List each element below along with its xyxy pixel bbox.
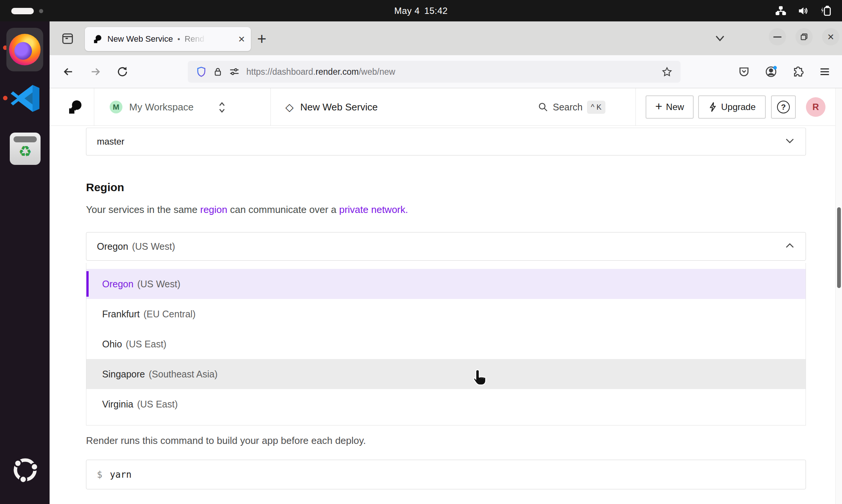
firefox-view-button[interactable] <box>60 32 75 46</box>
workspace-switcher[interactable]: My Workspace <box>129 88 193 126</box>
back-button[interactable] <box>60 63 77 80</box>
browser-tab[interactable]: New Web Service • Rend × <box>85 27 251 51</box>
region-option-detail: (Southeast Asia) <box>149 369 217 380</box>
branch-select[interactable]: master <box>86 128 806 155</box>
extensions-icon[interactable] <box>790 63 806 80</box>
dock-item-firefox[interactable] <box>6 28 43 71</box>
user-avatar[interactable]: R <box>806 97 825 117</box>
upgrade-button-label: Upgrade <box>721 102 756 112</box>
region-option[interactable]: Virginia (US East) <box>86 389 806 419</box>
chevron-down-icon <box>785 137 795 146</box>
close-window-button[interactable]: × <box>822 28 839 45</box>
workspace-avatar[interactable]: M <box>110 101 122 113</box>
bookmark-star-icon[interactable] <box>659 63 675 80</box>
new-button-label: New <box>666 102 684 112</box>
system-top-bar: May 4 15:42 <box>0 0 842 21</box>
account-icon[interactable] <box>763 63 779 80</box>
region-option-name: Ohio <box>102 339 122 350</box>
tab-close-button[interactable]: × <box>238 33 245 45</box>
ubuntu-dock: ♻ <box>0 21 50 504</box>
region-option[interactable]: Frankfurt (EU Central) <box>86 299 806 329</box>
menu-icon[interactable] <box>816 63 833 80</box>
tab-separator: • <box>177 35 180 44</box>
private-network-link[interactable]: private network. <box>339 204 408 215</box>
reload-button[interactable] <box>114 63 131 80</box>
workspace-chevrons-icon[interactable] <box>217 101 227 115</box>
header-divider <box>270 88 271 126</box>
mouse-cursor-pointer <box>470 368 488 386</box>
desc-text: can communicate over a <box>227 204 339 215</box>
build-command-note: Render runs this command to build your a… <box>86 435 366 447</box>
clock-time: 15:42 <box>424 6 448 16</box>
region-option-name: Virginia <box>102 399 133 410</box>
url-bar[interactable]: https://dashboard.render.com/web/new <box>188 61 681 83</box>
vscode-icon <box>9 82 41 115</box>
upgrade-button[interactable]: Upgrade <box>698 95 766 119</box>
tab-title-suffix: Rend <box>184 34 208 44</box>
firefox-icon <box>9 34 41 65</box>
dashboard-header: M My Workspace ◇ New Web Service Search … <box>50 88 842 126</box>
lock-icon[interactable] <box>210 63 226 80</box>
render-favicon <box>92 34 102 44</box>
page-title: New Web Service <box>300 101 378 113</box>
region-option[interactable]: Ohio (US East) <box>86 329 806 359</box>
region-option-detail: (EU Central) <box>143 309 196 320</box>
list-tabs-button[interactable] <box>714 33 726 45</box>
url-text[interactable]: https://dashboard.render.com/web/new <box>246 67 395 77</box>
region-dropdown-panel: Oregon (US West) Frankfurt (EU Central) … <box>86 263 806 426</box>
dock-item-vscode[interactable] <box>9 82 41 115</box>
trash-icon: ♻ <box>18 144 32 159</box>
chevron-up-icon <box>785 241 795 251</box>
forward-button[interactable] <box>87 63 104 80</box>
battery-charging-icon[interactable] <box>819 5 832 17</box>
help-button[interactable]: ? <box>771 95 796 119</box>
command-prompt: $ <box>97 469 102 480</box>
build-command-input[interactable]: $ yarn <box>86 460 806 489</box>
region-option-detail: (US East) <box>137 399 178 410</box>
selected-region-name: Oregon <box>97 241 128 252</box>
render-logo[interactable] <box>67 99 83 115</box>
trash-lid <box>14 136 37 142</box>
tab-bar: New Web Service • Rend × + × <box>50 21 842 55</box>
service-diamond-icon: ◇ <box>285 101 294 113</box>
search-icon <box>538 102 548 112</box>
network-icon[interactable] <box>775 5 786 17</box>
new-button[interactable]: + New <box>646 95 694 119</box>
volume-icon[interactable] <box>797 5 809 17</box>
region-option[interactable]: Singapore (Southeast Asia) <box>86 359 806 389</box>
page-scrollbar-thumb[interactable] <box>837 207 841 288</box>
command-value: yarn <box>110 469 131 480</box>
question-icon: ? <box>777 101 790 113</box>
url-domain: render.com <box>315 67 359 77</box>
search-button[interactable]: Search ^ K <box>538 88 605 126</box>
new-tab-button[interactable]: + <box>252 29 272 49</box>
pocket-icon[interactable] <box>736 63 752 80</box>
plus-icon: + <box>655 100 662 113</box>
region-option[interactable]: Oregon (US West) <box>86 269 806 299</box>
clock-date: May 4 <box>394 6 420 16</box>
permissions-icon[interactable] <box>226 63 243 80</box>
restore-button[interactable] <box>795 28 813 45</box>
desc-text: Your services in the same <box>86 204 200 215</box>
region-link[interactable]: region <box>200 204 227 215</box>
region-heading: Region <box>86 181 124 194</box>
navigation-toolbar: https://dashboard.render.com/web/new <box>50 55 842 88</box>
selected-region-detail: (US West) <box>132 241 175 252</box>
region-option-detail: (US West) <box>137 279 180 290</box>
page-content: master Region Your services in the same … <box>50 126 842 504</box>
page-scrollbar-track[interactable] <box>835 88 842 504</box>
dock-item-trash[interactable]: ♻ <box>10 133 41 165</box>
dock-item-apps[interactable] <box>11 455 40 484</box>
region-option-detail: (US East) <box>126 339 166 350</box>
region-select[interactable]: Oregon (US West) <box>86 232 806 261</box>
header-divider <box>94 88 94 126</box>
minimize-button[interactable] <box>769 28 786 45</box>
region-option-name: Singapore <box>102 369 145 380</box>
region-description: Your services in the same region can com… <box>86 204 408 216</box>
vscode-running-indicator <box>3 96 8 100</box>
system-clock[interactable]: May 4 15:42 <box>0 0 842 21</box>
bolt-icon <box>708 102 717 112</box>
tracking-shield-icon[interactable] <box>193 63 210 80</box>
region-option-name: Oregon <box>102 279 133 290</box>
search-shortcut-badge: ^ K <box>587 101 605 114</box>
